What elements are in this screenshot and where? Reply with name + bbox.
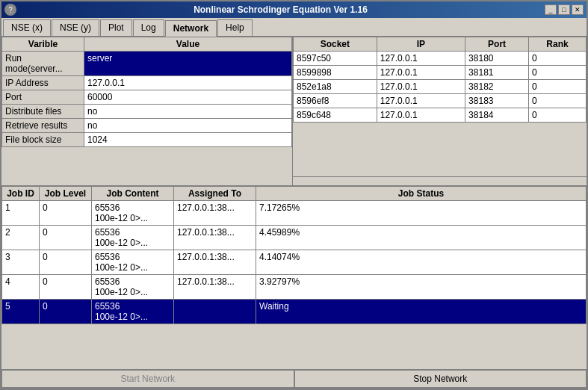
net-cell-rank: 0 <box>529 94 587 108</box>
job-level: 0 <box>40 275 92 300</box>
job-assigned: 127.0.0.1:38... <box>174 250 256 275</box>
window-controls: _ □ ✕ <box>545 4 584 15</box>
variables-panel: Varible Value Run mode(server...serverIP… <box>1 37 293 185</box>
job-level: 0 <box>40 201 92 226</box>
net-header-ip: IP <box>377 37 465 52</box>
job-assigned: 127.0.0.1:38... <box>174 201 256 226</box>
jobs-table: Job ID Job Level Job Content Assigned To… <box>1 186 587 324</box>
top-section: Varible Value Run mode(server...serverIP… <box>1 37 587 186</box>
job-id: 1 <box>2 201 40 226</box>
stop-network-button[interactable]: Stop Network <box>294 370 587 388</box>
job-header-level: Job Level <box>40 187 92 201</box>
network-panel: Socket IP Port Rank 8597c50127.0.0.13818… <box>293 37 587 185</box>
variables-table: Varible Value Run mode(server...serverIP… <box>1 37 292 147</box>
job-status: 4.14074% <box>256 250 587 275</box>
net-cell-socket: 8599898 <box>294 66 377 80</box>
var-row[interactable]: Distribute filesno <box>2 105 292 119</box>
var-name: File block size <box>2 133 84 147</box>
var-row[interactable]: Port60000 <box>2 90 292 105</box>
var-header-varible: Varible <box>2 37 84 52</box>
job-status: Waiting <box>256 300 587 324</box>
job-assigned <box>174 300 256 324</box>
job-status: 3.92797% <box>256 275 587 300</box>
network-table: Socket IP Port Rank 8597c50127.0.0.13818… <box>293 37 587 123</box>
job-content: 65536 100e-12 0>... <box>92 250 174 275</box>
var-header-value: Value <box>84 37 292 52</box>
var-row[interactable]: File block size1024 <box>2 133 292 147</box>
var-name: Retrieve results <box>2 119 84 133</box>
start-network-button[interactable]: Start Network <box>1 370 294 388</box>
var-name: Distribute files <box>2 105 84 119</box>
maximize-button[interactable]: □ <box>558 4 570 15</box>
job-row[interactable]: 5065536 100e-12 0>...Waiting <box>2 300 587 324</box>
network-scroll[interactable]: Socket IP Port Rank 8597c50127.0.0.13818… <box>293 37 587 176</box>
var-value: 60000 <box>84 90 292 105</box>
job-content: 65536 100e-12 0>... <box>92 275 174 300</box>
tab-help[interactable]: Help <box>217 19 253 36</box>
job-row[interactable]: 2065536 100e-12 0>...127.0.0.1:38...4.45… <box>2 226 587 250</box>
net-cell-port: 38184 <box>465 108 529 123</box>
var-row[interactable]: IP Address127.0.0.1 <box>2 76 292 90</box>
close-button[interactable]: ✕ <box>572 4 584 15</box>
menu-bar: NSE (x) NSE (y) Plot Log Network Help <box>1 18 587 37</box>
var-name: Run mode(server... <box>2 52 84 76</box>
var-name: Port <box>2 90 84 105</box>
window-title: Nonlinear Schrodinger Equation Ver 1.16 <box>16 4 545 15</box>
net-cell-rank: 0 <box>529 66 587 80</box>
net-header-rank: Rank <box>529 37 587 52</box>
job-level: 0 <box>40 250 92 275</box>
net-row[interactable]: 852e1a8127.0.0.1381820 <box>294 80 587 94</box>
job-status: 4.45989% <box>256 226 587 250</box>
net-header-port: Port <box>465 37 529 52</box>
jobs-scroll[interactable]: Job ID Job Level Job Content Assigned To… <box>1 186 587 369</box>
net-cell-ip: 127.0.0.1 <box>377 66 465 80</box>
net-header-socket: Socket <box>294 37 377 52</box>
var-name: IP Address <box>2 76 84 90</box>
net-cell-ip: 127.0.0.1 <box>377 80 465 94</box>
job-header-id: Job ID <box>2 187 40 201</box>
job-header-assigned: Assigned To <box>174 187 256 201</box>
var-value: no <box>84 119 292 133</box>
job-id: 5 <box>2 300 40 324</box>
job-level: 0 <box>40 300 92 324</box>
tab-network[interactable]: Network <box>165 20 217 37</box>
job-content: 65536 100e-12 0>... <box>92 300 174 324</box>
net-row[interactable]: 8599898127.0.0.1381810 <box>294 66 587 80</box>
net-cell-rank: 0 <box>529 52 587 66</box>
var-value: no <box>84 105 292 119</box>
net-row[interactable]: 859c648127.0.0.1381840 <box>294 108 587 123</box>
tab-nse-y[interactable]: NSE (y) <box>52 19 99 36</box>
tab-plot[interactable]: Plot <box>100 19 132 36</box>
network-hscroll[interactable] <box>293 176 587 185</box>
job-row[interactable]: 4065536 100e-12 0>...127.0.0.1:38...3.92… <box>2 275 587 300</box>
action-bar: Start Network Stop Network <box>1 369 587 388</box>
variables-scroll[interactable]: Varible Value Run mode(server...serverIP… <box>1 37 292 185</box>
job-assigned: 127.0.0.1:38... <box>174 226 256 250</box>
net-cell-socket: 859c648 <box>294 108 377 123</box>
job-level: 0 <box>40 226 92 250</box>
job-content: 65536 100e-12 0>... <box>92 201 174 226</box>
net-cell-socket: 8596ef8 <box>294 94 377 108</box>
job-header-content: Job Content <box>92 187 174 201</box>
net-cell-port: 38182 <box>465 80 529 94</box>
tab-nse-x[interactable]: NSE (x) <box>3 19 51 36</box>
var-value: server <box>84 52 292 76</box>
minimize-button[interactable]: _ <box>545 4 557 15</box>
job-row[interactable]: 1065536 100e-12 0>...127.0.0.1:38...7.17… <box>2 201 587 226</box>
job-id: 3 <box>2 250 40 275</box>
tab-log[interactable]: Log <box>133 19 164 36</box>
title-bar: ? Nonlinear Schrodinger Equation Ver 1.1… <box>1 1 587 18</box>
net-row[interactable]: 8597c50127.0.0.1381800 <box>294 52 587 66</box>
jobs-section: Job ID Job Level Job Content Assigned To… <box>1 186 587 388</box>
net-cell-port: 38180 <box>465 52 529 66</box>
var-row[interactable]: Run mode(server...server <box>2 52 292 76</box>
net-row[interactable]: 8596ef8127.0.0.1381830 <box>294 94 587 108</box>
net-cell-rank: 0 <box>529 80 587 94</box>
main-content: Varible Value Run mode(server...serverIP… <box>1 37 587 388</box>
net-cell-socket: 8597c50 <box>294 52 377 66</box>
var-row[interactable]: Retrieve resultsno <box>2 119 292 133</box>
job-status: 7.17265% <box>256 201 587 226</box>
net-cell-port: 38181 <box>465 66 529 80</box>
net-cell-port: 38183 <box>465 94 529 108</box>
job-row[interactable]: 3065536 100e-12 0>...127.0.0.1:38...4.14… <box>2 250 587 275</box>
